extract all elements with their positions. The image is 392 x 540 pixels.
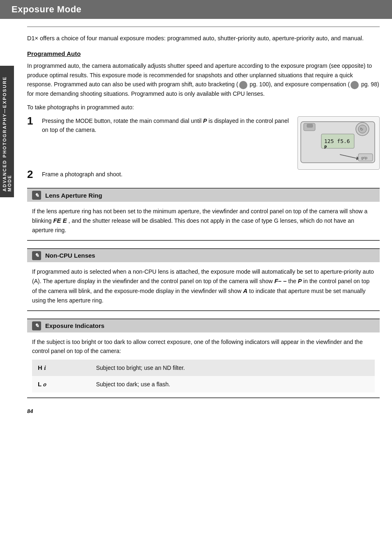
camera-diagram: ↻ 125 f5.6 P grip bbox=[297, 116, 380, 170]
step1-row: 1 Pressing the MODE button, rotate the m… bbox=[27, 116, 380, 170]
indicator-desc-hi: Subject too bright; use an ND filter. bbox=[90, 360, 375, 376]
indicator-table: H 𝑖 Subject too bright; use an ND filter… bbox=[32, 360, 375, 392]
page-number: 84 bbox=[27, 406, 380, 414]
step1-text: Pressing the MODE button, rotate the mai… bbox=[42, 116, 289, 135]
fe-symbol: FE E bbox=[53, 217, 67, 224]
svg-text:P: P bbox=[324, 145, 327, 150]
step2-text: Frame a photograph and shoot. bbox=[42, 170, 380, 179]
exposure-indicators-box: ✎ Exposure Indicators If the subject is … bbox=[27, 318, 380, 399]
side-tab-label: ADVANCED PHOTOGRAPHY—EXPOSURE MODE bbox=[0, 66, 14, 197]
lens-aperture-title: Lens Aperture Ring bbox=[45, 192, 102, 199]
programmed-auto-heading: Programmed Auto bbox=[27, 50, 380, 57]
page-title: Exposure Mode bbox=[12, 4, 81, 15]
main-content: D1× offers a choice of four manual expos… bbox=[15, 19, 392, 422]
non-cpu-header: ✎ Non-CPU Lenses bbox=[27, 249, 380, 262]
non-cpu-body: If programmed auto is selected when a no… bbox=[27, 262, 380, 310]
lens-aperture-header: ✎ Lens Aperture Ring bbox=[27, 189, 380, 202]
page-header: Exposure Mode bbox=[0, 0, 392, 19]
indicator-symbol-lo: L 𝑜 bbox=[32, 376, 90, 392]
lens-aperture-body: If the lens aperture ring has not been s… bbox=[27, 202, 380, 240]
intro-text: D1× offers a choice of four manual expos… bbox=[27, 34, 380, 43]
svg-text:grip: grip bbox=[361, 156, 367, 160]
camera-diagram-container: ↻ 125 f5.6 P grip bbox=[297, 116, 380, 170]
bracket-icon bbox=[239, 81, 247, 89]
lens-aperture-box: ✎ Lens Aperture Ring If the lens apertur… bbox=[27, 188, 380, 241]
exposure-indicators-body: If the subject is too bright or too dark… bbox=[27, 332, 380, 398]
f-minus-symbol: F– – bbox=[274, 277, 287, 284]
camera-svg: ↻ 125 f5.6 P grip bbox=[299, 118, 379, 169]
non-cpu-title: Non-CPU Lenses bbox=[45, 252, 95, 259]
exposure-indicators-header: ✎ Exposure Indicators bbox=[27, 319, 380, 332]
exposure-indicators-icon: ✎ bbox=[32, 321, 41, 330]
non-cpu-icon: ✎ bbox=[32, 251, 41, 260]
step1-number: 1 bbox=[27, 115, 35, 126]
non-cpu-box: ✎ Non-CPU Lenses If programmed auto is s… bbox=[27, 248, 380, 311]
exposure-indicators-text: If the subject is too bright or too dark… bbox=[32, 337, 375, 356]
top-divider bbox=[27, 26, 380, 27]
step1-p-symbol: P bbox=[203, 118, 207, 124]
svg-text:125  f5.6: 125 f5.6 bbox=[324, 138, 350, 144]
step1-left: 1 Pressing the MODE button, rotate the m… bbox=[27, 116, 289, 141]
step-intro: To take photographs in programmed auto: bbox=[27, 104, 380, 111]
p-symbol-inline: P bbox=[298, 278, 302, 284]
table-row: H 𝑖 Subject too bright; use an ND filter… bbox=[32, 360, 375, 376]
step2-number: 2 bbox=[27, 169, 35, 180]
programmed-auto-body: In programmed auto, the camera automatic… bbox=[27, 61, 380, 98]
svg-text:↻: ↻ bbox=[360, 127, 363, 132]
a-symbol: A bbox=[243, 287, 248, 294]
table-row: L 𝑜 Subject too dark; use a flash. bbox=[32, 376, 375, 392]
step2-container: 2 Frame a photograph and shoot. bbox=[27, 170, 380, 180]
svg-rect-2 bbox=[307, 124, 313, 127]
lens-aperture-icon: ✎ bbox=[32, 191, 41, 200]
exposure-indicators-title: Exposure Indicators bbox=[45, 322, 104, 329]
step1-container: 1 Pressing the MODE button, rotate the m… bbox=[27, 116, 289, 135]
indicator-desc-lo: Subject too dark; use a flash. bbox=[90, 376, 375, 392]
indicator-symbol-hi: H 𝑖 bbox=[32, 360, 90, 376]
compensation-icon bbox=[350, 81, 359, 89]
